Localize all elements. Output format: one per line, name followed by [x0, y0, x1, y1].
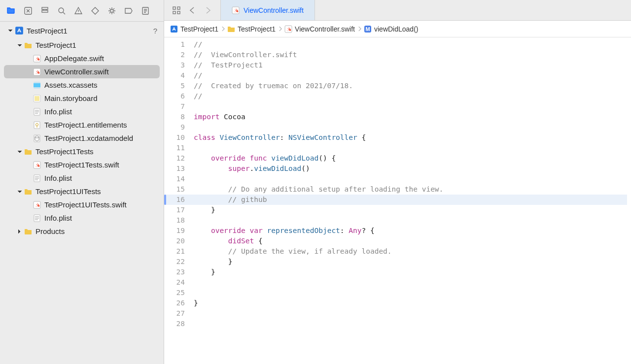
breakpoint-navigator-icon[interactable] — [124, 6, 133, 15]
file-tree-row[interactable]: TestProject1UITests — [0, 185, 164, 198]
folder-y-icon — [227, 25, 235, 33]
proj-icon — [170, 25, 178, 33]
breadcrumb-item[interactable]: ViewController.swift — [283, 25, 356, 33]
code-line[interactable]: import Cocoa — [194, 112, 631, 122]
file-tree-row[interactable]: Products — [0, 225, 164, 238]
code-line[interactable]: // TestProject1 — [194, 60, 631, 70]
file-tree-row[interactable]: Main.storyboard — [0, 92, 164, 105]
tab-bar-controls — [164, 0, 220, 20]
swift-icon — [33, 161, 41, 169]
code-line[interactable] — [194, 308, 631, 319]
swift-icon — [33, 200, 41, 209]
file-tree-row[interactable]: Info.plist — [0, 211, 164, 225]
breadcrumb-label: TestProject1 — [238, 25, 276, 33]
swift-file-icon — [232, 6, 240, 14]
code-line[interactable]: override var representedObject: Any? { — [194, 226, 631, 236]
related-items-icon[interactable] — [172, 6, 181, 15]
code-line[interactable] — [194, 277, 631, 288]
code-line[interactable]: // — [194, 91, 631, 101]
code-line[interactable] — [194, 215, 631, 226]
file-name: ViewController.swift — [44, 67, 109, 76]
line-number: 27 — [164, 308, 185, 319]
code-line[interactable]: // Update the view, if already loaded. — [194, 246, 631, 257]
tab-bar: ViewController.swift — [164, 0, 631, 21]
assets-icon — [33, 81, 41, 90]
plist-icon — [33, 174, 41, 183]
code-line[interactable]: class ViewController: NSViewController { — [194, 132, 631, 143]
disclosure-triangle-icon[interactable] — [16, 189, 23, 194]
breadcrumb-item[interactable]: TestProject1 — [226, 25, 277, 33]
line-number: 13 — [164, 164, 185, 174]
debug-navigator-icon[interactable] — [107, 6, 116, 15]
line-number: 21 — [164, 246, 185, 257]
code-line[interactable]: super.viewDidLoad() — [194, 164, 631, 174]
file-tree-row[interactable]: ViewController.swift — [4, 65, 160, 78]
code-line[interactable]: // — [194, 70, 631, 81]
line-number: 25 — [164, 288, 185, 298]
source-control-navigator-icon[interactable] — [24, 6, 33, 15]
file-name: Info.plist — [44, 214, 72, 222]
code-editor[interactable]: 1234567891011121314151617181920212223242… — [164, 37, 631, 364]
navigator-toolbar — [0, 0, 164, 22]
symbol-navigator-icon[interactable] — [40, 6, 49, 15]
code-line[interactable]: } — [194, 267, 631, 277]
nav-forward-icon[interactable] — [204, 6, 212, 15]
disclosure-triangle-icon[interactable] — [7, 28, 13, 33]
line-number: 24 — [164, 277, 185, 288]
line-number: 7 — [164, 101, 185, 112]
test-navigator-icon[interactable] — [91, 6, 100, 15]
file-tree-row[interactable]: AppDelegate.swift — [0, 52, 164, 65]
code-line[interactable] — [194, 101, 631, 112]
file-tree-row[interactable]: TestProject1UITests.swift — [0, 198, 164, 211]
code-line[interactable]: } — [194, 257, 631, 267]
disclosure-triangle-icon[interactable] — [16, 229, 23, 234]
jump-bar: TestProject1TestProject1ViewController.s… — [164, 21, 631, 37]
code-content[interactable]: //// ViewController.swift// TestProject1… — [191, 37, 631, 364]
file-tree-row[interactable]: Info.plist — [0, 105, 164, 118]
code-line[interactable]: // Created by truemac on 2021/07/18. — [194, 81, 631, 91]
code-line[interactable] — [194, 319, 631, 329]
nav-back-icon[interactable] — [188, 6, 197, 15]
breadcrumb-item[interactable]: TestProject1 — [169, 25, 219, 33]
code-line[interactable]: override func viewDidLoad() { — [194, 153, 631, 164]
file-name: TestProject1Tests.swift — [44, 161, 119, 169]
disclosure-triangle-icon[interactable] — [16, 149, 23, 154]
line-number: 8 — [164, 112, 185, 122]
line-number: 14 — [164, 174, 185, 184]
code-line[interactable] — [194, 122, 631, 132]
report-navigator-icon[interactable] — [141, 6, 150, 15]
issue-navigator-icon[interactable] — [74, 6, 83, 15]
editor-tab[interactable]: ViewController.swift — [220, 0, 315, 20]
file-tree-row[interactable]: TestProject1 — [0, 38, 164, 52]
code-line[interactable] — [194, 288, 631, 298]
file-tree-row[interactable]: Assets.xcassets — [0, 78, 164, 92]
code-line[interactable]: // github — [194, 195, 631, 205]
breadcrumb-item[interactable]: viewDidLoad() — [363, 25, 419, 33]
code-line[interactable]: // — [194, 39, 631, 50]
entitle-icon — [33, 121, 41, 130]
line-number: 4 — [164, 70, 185, 81]
code-line[interactable]: } — [194, 205, 631, 215]
code-line[interactable]: didSet { — [194, 236, 631, 246]
file-tree-row[interactable]: TestProject1Tests.swift — [0, 158, 164, 171]
file-tree-row[interactable]: TestProject1.entitlements — [0, 118, 164, 132]
help-button[interactable]: ? — [150, 27, 161, 35]
code-line[interactable]: // Do any additional setup after loading… — [194, 184, 631, 195]
code-line[interactable] — [194, 174, 631, 184]
svg-rect-18 — [173, 7, 175, 9]
disclosure-triangle-icon[interactable] — [16, 43, 23, 48]
storyboard-icon — [33, 94, 41, 103]
file-name: TestProject1.xcdatamodeld — [44, 134, 133, 142]
project-root-row[interactable]: TestProject1 ? — [0, 22, 164, 37]
file-tree-row[interactable]: TestProject1Tests — [0, 145, 164, 158]
file-tree-row[interactable]: TestProject1.xcdatamodeld — [0, 132, 164, 145]
line-number: 2 — [164, 50, 185, 60]
file-tree-row[interactable]: Info.plist — [0, 171, 164, 185]
editor-area: ViewController.swift TestProject1TestPro… — [164, 0, 631, 364]
code-line[interactable]: } — [194, 298, 631, 308]
find-navigator-icon[interactable] — [57, 6, 66, 15]
code-line[interactable] — [194, 143, 631, 153]
code-line[interactable]: // ViewController.swift — [194, 50, 631, 60]
line-number: 11 — [164, 143, 185, 153]
project-navigator-icon[interactable] — [7, 6, 16, 15]
